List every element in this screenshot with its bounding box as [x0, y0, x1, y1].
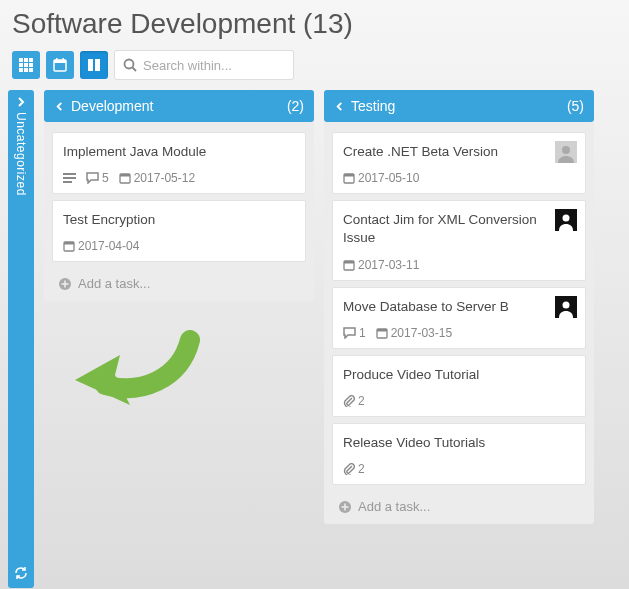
- svg-rect-18: [63, 177, 76, 179]
- svg-rect-23: [64, 242, 74, 245]
- svg-rect-11: [56, 58, 58, 61]
- svg-point-15: [125, 60, 134, 69]
- svg-rect-4: [24, 63, 28, 67]
- refresh-icon[interactable]: [14, 566, 28, 580]
- plus-circle-icon: [338, 500, 352, 514]
- svg-line-16: [133, 68, 137, 72]
- task-card[interactable]: Implement Java Module 5 2017-05-12: [52, 132, 306, 194]
- description-icon: [63, 173, 76, 184]
- task-card[interactable]: Create .NET Beta Version 2017-05-10: [332, 132, 586, 194]
- add-task-button[interactable]: Add a task...: [52, 268, 306, 295]
- svg-rect-7: [24, 68, 28, 72]
- card-title: Contact Jim for XML Conversion Issue: [343, 211, 575, 247]
- plus-circle-icon: [58, 277, 72, 291]
- svg-rect-2: [29, 58, 33, 62]
- svg-rect-32: [344, 261, 354, 264]
- svg-rect-10: [54, 60, 66, 63]
- date-indicator: 2017-05-10: [343, 171, 419, 185]
- page-title: Software Development (13): [0, 0, 629, 50]
- search-box[interactable]: [114, 50, 294, 80]
- add-task-label: Add a task...: [78, 276, 150, 291]
- comments-indicator: 5: [86, 171, 109, 185]
- avatar: [555, 141, 577, 163]
- columns-icon: [87, 58, 101, 72]
- svg-rect-6: [19, 68, 23, 72]
- svg-rect-12: [63, 58, 65, 61]
- card-title: Test Encryption: [63, 211, 295, 229]
- svg-rect-29: [344, 174, 354, 177]
- date-indicator: 2017-03-11: [343, 258, 419, 272]
- calendar-icon: [53, 58, 67, 72]
- kanban-board: Uncategorized Development (2) Implement …: [0, 90, 629, 589]
- svg-rect-21: [120, 174, 130, 177]
- card-title: Release Video Tutorials: [343, 434, 575, 452]
- task-card[interactable]: Move Database to Server B 1 2017-03-15: [332, 287, 586, 349]
- rail-label: Uncategorized: [14, 112, 28, 196]
- chevron-left-icon: [334, 101, 345, 112]
- date-indicator: 2017-03-15: [376, 326, 452, 340]
- svg-point-33: [563, 301, 570, 308]
- svg-rect-0: [19, 58, 23, 62]
- column-body: Implement Java Module 5 2017-05-12 Test …: [44, 122, 314, 301]
- column-header[interactable]: Testing (5): [324, 90, 594, 122]
- comments-indicator: 1: [343, 326, 366, 340]
- svg-rect-8: [29, 68, 33, 72]
- card-title: Implement Java Module: [63, 143, 295, 161]
- date-indicator: 2017-04-04: [63, 239, 139, 253]
- card-title: Create .NET Beta Version: [343, 143, 575, 161]
- uncategorized-rail[interactable]: Uncategorized: [8, 90, 34, 588]
- toolbar: [0, 50, 629, 90]
- add-task-button[interactable]: Add a task...: [332, 491, 586, 518]
- column-header[interactable]: Development (2): [44, 90, 314, 122]
- svg-point-27: [562, 146, 570, 154]
- svg-rect-1: [24, 58, 28, 62]
- avatar: [555, 209, 577, 231]
- avatar: [555, 296, 577, 318]
- task-card[interactable]: Produce Video Tutorial 2: [332, 355, 586, 417]
- card-title: Produce Video Tutorial: [343, 366, 575, 384]
- column-development: Development (2) Implement Java Module 5 …: [44, 90, 314, 301]
- grid-icon: [19, 58, 33, 72]
- svg-point-30: [563, 215, 570, 222]
- date-indicator: 2017-05-12: [119, 171, 195, 185]
- view-grid-button[interactable]: [12, 51, 40, 79]
- card-title: Move Database to Server B: [343, 298, 575, 316]
- search-icon: [123, 58, 137, 72]
- svg-rect-17: [63, 173, 76, 175]
- svg-rect-5: [29, 63, 33, 67]
- svg-rect-38: [342, 506, 349, 508]
- svg-rect-3: [19, 63, 23, 67]
- svg-rect-35: [377, 329, 387, 332]
- view-calendar-button[interactable]: [46, 51, 74, 79]
- add-task-label: Add a task...: [358, 499, 430, 514]
- task-card[interactable]: Test Encryption 2017-04-04: [52, 200, 306, 262]
- column-body: Create .NET Beta Version 2017-05-10 Cont…: [324, 122, 594, 524]
- task-card[interactable]: Contact Jim for XML Conversion Issue 201…: [332, 200, 586, 280]
- attachment-indicator: 2: [343, 462, 365, 476]
- column-title: Development: [71, 98, 154, 114]
- chevron-right-icon: [15, 96, 27, 108]
- search-input[interactable]: [143, 58, 273, 73]
- attachment-indicator: 2: [343, 394, 365, 408]
- column-title: Testing: [351, 98, 395, 114]
- column-testing: Testing (5) Create .NET Beta Version 201…: [324, 90, 594, 524]
- svg-rect-14: [95, 59, 100, 71]
- chevron-left-icon: [54, 101, 65, 112]
- column-count: (5): [567, 98, 584, 114]
- view-board-button[interactable]: [80, 51, 108, 79]
- svg-rect-19: [63, 181, 72, 183]
- svg-rect-13: [88, 59, 93, 71]
- task-card[interactable]: Release Video Tutorials 2: [332, 423, 586, 485]
- column-count: (2): [287, 98, 304, 114]
- svg-rect-26: [62, 283, 69, 285]
